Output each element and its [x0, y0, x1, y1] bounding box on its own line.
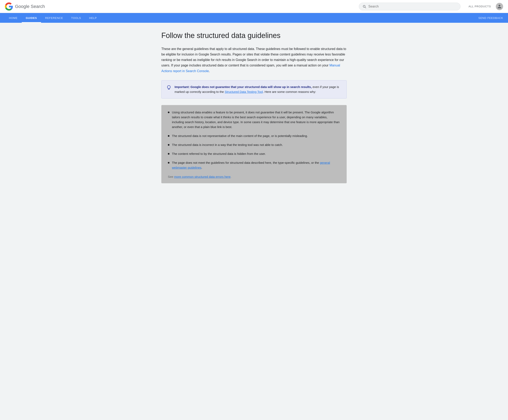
see-more-suffix: . — [231, 175, 231, 178]
intro-paragraph: These are the general guidelines that ap… — [161, 46, 347, 74]
user-avatar[interactable] — [496, 3, 503, 10]
list-item: The content referred to by the structure… — [168, 151, 340, 156]
bullet-dot — [168, 135, 170, 137]
lightbulb-icon — [166, 85, 171, 91]
callout-box: Important: Google does not guarantee tha… — [161, 80, 347, 98]
nav-item-help[interactable]: HELP — [85, 13, 101, 23]
logo-link[interactable]: Google Search — [5, 2, 45, 11]
callout-after-link: . Here are some common reasons why: — [263, 90, 316, 93]
nav-item-reference[interactable]: REFERENCE — [41, 13, 67, 23]
page-title: Follow the structured data guidelines — [161, 31, 347, 40]
bullet-dot — [168, 112, 170, 113]
nav-bar: HOME GUIDES REFERENCE TOOLS HELP SEND FE… — [0, 13, 508, 23]
bullet-dot — [168, 144, 170, 146]
search-bar[interactable] — [359, 3, 460, 10]
header-right: ALL PRODUCTS — [469, 3, 503, 10]
intro-period: . — [209, 69, 210, 73]
header: Google Search ALL PRODUCTS — [0, 0, 508, 13]
bullet-list: Using structured data enables a feature … — [168, 110, 340, 170]
google-logo-icon — [5, 2, 13, 11]
bullet-text-5: The page does not meet the guidelines fo… — [172, 160, 340, 170]
nav-item-guides[interactable]: GUIDES — [22, 13, 41, 23]
list-item: Using structured data enables a feature … — [168, 110, 340, 129]
see-more-prefix: See — [168, 175, 174, 178]
send-feedback-button[interactable]: SEND FEEDBACK — [478, 16, 503, 20]
person-icon — [497, 4, 502, 9]
bullet-text-1: Using structured data enables a feature … — [172, 110, 340, 129]
main-content: Follow the structured data guidelines Th… — [157, 23, 351, 200]
app-title: Google Search — [15, 4, 45, 9]
bullet-text-2: The structured data is not representativ… — [172, 134, 308, 138]
general-webmaster-guidelines-link[interactable]: general webmaster guidelines — [172, 161, 330, 169]
nav-item-home[interactable]: HOME — [5, 13, 22, 23]
list-item: The page does not meet the guidelines fo… — [168, 160, 340, 170]
all-products-button[interactable]: ALL PRODUCTS — [469, 5, 491, 8]
bullet-dot — [168, 162, 170, 164]
callout-bold-text: Important: Google does not guarantee tha… — [175, 85, 312, 89]
list-item: The structured data is incorrect in a wa… — [168, 142, 340, 147]
bullet-dot — [168, 153, 170, 155]
gray-section: Using structured data enables a feature … — [161, 105, 347, 183]
bullet-text-4: The content referred to by the structure… — [172, 151, 266, 156]
bullet-text-3: The structured data is incorrect in a wa… — [172, 142, 283, 147]
nav-items: HOME GUIDES REFERENCE TOOLS HELP — [5, 13, 478, 23]
search-input[interactable] — [368, 5, 457, 8]
structured-data-testing-tool-link[interactable]: Structured Data Testing Tool — [225, 90, 263, 93]
search-icon — [362, 4, 366, 8]
nav-item-tools[interactable]: TOOLS — [67, 13, 85, 23]
more-errors-link[interactable]: more common structured data errors here — [174, 175, 231, 178]
intro-text: These are the general guidelines that ap… — [161, 47, 346, 67]
callout-text: Important: Google does not guarantee tha… — [175, 84, 342, 94]
list-item: The structured data is not representativ… — [168, 134, 340, 138]
see-more-text: See more common structured data errors h… — [168, 175, 340, 178]
